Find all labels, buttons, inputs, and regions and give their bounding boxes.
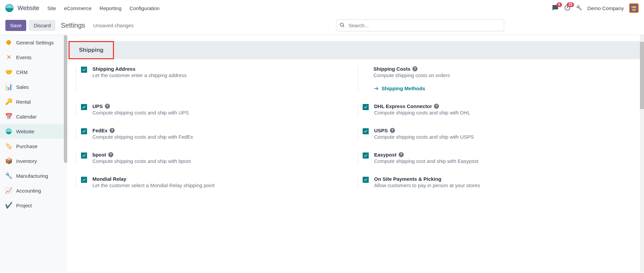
sidebar-item-calendar[interactable]: 📅 Calendar (0, 109, 67, 124)
sidebar-item-rental[interactable]: 🔑 Rental (0, 94, 67, 109)
nav-site[interactable]: Site (47, 5, 56, 11)
sidebar-item-label: General Settings (16, 40, 54, 45)
purchase-icon: 🏷️ (5, 143, 12, 149)
svg-line-7 (343, 26, 344, 27)
sidebar-item-purchase[interactable]: 🏷️ Purchase (0, 139, 67, 153)
nav-ecommerce[interactable]: eCommerce (64, 5, 92, 11)
sidebar-item-inventory[interactable]: 📦 Inventory (0, 153, 67, 168)
messages-icon[interactable]: 6 (552, 4, 559, 12)
nav-right: 6 23 Demo Company (552, 3, 639, 13)
sidebar-item-events[interactable]: ✕ Events (0, 50, 67, 65)
box-icon: 📦 (5, 158, 12, 164)
sidebar-item-sales[interactable]: 📊 Sales (0, 79, 67, 94)
nav-menu: Site eCommerce Reporting Configuration (47, 5, 160, 11)
setting-title: Mondial Relay (92, 176, 349, 182)
shipping-methods-link[interactable]: Shipping Methods (373, 86, 631, 91)
sidebar-item-crm[interactable]: 🤝 CRM (0, 65, 67, 79)
section-title-shipping: Shipping (69, 41, 114, 59)
sidebar-item-label: CRM (16, 69, 28, 75)
setting-ups: UPS? Compute shipping costs and ship wit… (76, 103, 349, 115)
setting-desc: Let the customer enter a shipping addres… (92, 72, 349, 78)
sidebar-item-label: Events (16, 55, 32, 60)
link-label: Shipping Methods (381, 86, 425, 91)
setting-desc: Compute shipping costs and ship with DHL (374, 110, 631, 115)
setting-fedex: FedEx? Compute shipping costs and ship w… (76, 128, 349, 140)
setting-title: Shipping Address (92, 66, 349, 72)
globe-icon (5, 128, 12, 135)
tools-icon[interactable] (576, 5, 582, 12)
help-icon[interactable]: ? (105, 104, 110, 109)
svg-point-3 (632, 7, 633, 8)
save-button[interactable]: Save (5, 20, 26, 31)
sidebar-item-label: Calendar (16, 114, 37, 120)
sidebar-scrollbar[interactable] (64, 35, 67, 163)
wrench-icon: 🔧 (5, 172, 12, 179)
setting-desc: Compute shipping costs and ship with USP… (374, 134, 631, 140)
nav-reporting[interactable]: Reporting (99, 5, 121, 11)
sidebar-item-general-settings[interactable]: ⬢ General Settings (0, 35, 67, 50)
setting-title: USPS? (374, 128, 631, 133)
setting-title: DHL Express Connector? (374, 103, 631, 109)
settings-content: Shipping Shipping Address Let the custom… (67, 35, 644, 272)
setting-title: Shipping Costs? (373, 66, 631, 72)
checkbox-shipping-address[interactable] (81, 67, 87, 73)
user-avatar[interactable] (629, 3, 639, 13)
checkbox-dhl[interactable] (363, 104, 369, 110)
search-icon (339, 22, 345, 29)
help-icon[interactable]: ? (110, 128, 115, 133)
setting-title: UPS? (92, 103, 349, 109)
nav-configuration[interactable]: Configuration (129, 5, 159, 11)
help-icon[interactable]: ? (412, 66, 417, 71)
settings-sidebar: ⬢ General Settings ✕ Events 🤝 CRM 📊 Sale… (0, 35, 67, 272)
activities-icon[interactable]: 23 (564, 4, 571, 12)
setting-shipping-costs: Shipping Costs? Compute shipping costs o… (358, 66, 631, 91)
setting-desc: Compute shipping cost and ship with Easy… (374, 158, 631, 164)
help-icon[interactable]: ? (390, 128, 395, 133)
setting-desc: Compute shipping costs on orders (373, 72, 631, 78)
sidebar-item-label: Inventory (16, 158, 37, 164)
activities-badge: 23 (567, 2, 574, 7)
handshake-icon: 🤝 (5, 69, 12, 75)
setting-title: On Site Payments & Picking (374, 176, 631, 182)
setting-dhl: DHL Express Connector? Compute shipping … (358, 103, 631, 115)
main-area: ⬢ General Settings ✕ Events 🤝 CRM 📊 Sale… (0, 35, 644, 272)
help-icon[interactable]: ? (399, 152, 404, 157)
discard-button[interactable]: Discard (29, 20, 55, 31)
sidebar-item-website[interactable]: Website (0, 124, 67, 139)
sidebar-item-label: Website (16, 129, 34, 134)
settings-grid: Shipping Address Let the customer enter … (67, 59, 644, 195)
company-selector[interactable]: Demo Company (588, 5, 624, 11)
content-scrollbar-track[interactable] (640, 35, 644, 272)
svg-rect-5 (632, 9, 636, 10)
checkbox-usps[interactable] (363, 128, 369, 134)
help-icon[interactable]: ? (108, 152, 113, 157)
checkbox-easypost[interactable] (363, 152, 369, 159)
sidebar-item-manufacturing[interactable]: 🔧 Manufacturing (0, 168, 67, 183)
checkbox-mondial[interactable] (81, 177, 87, 183)
content-scrollbar-thumb[interactable] (640, 42, 644, 109)
accounting-icon: 📈 (5, 187, 12, 194)
checkbox-fedex[interactable] (81, 128, 87, 134)
search-input[interactable] (336, 20, 504, 31)
setting-easypost: Easypost? Compute shipping cost and ship… (358, 152, 631, 164)
setting-desc: Compute shipping costs and ship with UPS (92, 110, 349, 115)
checkbox-onsite[interactable] (363, 177, 369, 183)
section-header: Shipping (67, 41, 644, 59)
sidebar-item-accounting[interactable]: 📈 Accounting (0, 183, 67, 198)
setting-desc: Compute shipping costs and ship with Fed… (92, 134, 349, 140)
setting-shipping-address: Shipping Address Let the customer enter … (76, 66, 349, 91)
svg-rect-2 (632, 6, 636, 8)
app-title[interactable]: Website (17, 5, 39, 12)
checkbox-bpost[interactable] (81, 152, 87, 159)
help-icon[interactable]: ? (434, 104, 439, 109)
setting-desc: Allow customers to pay in person at your… (374, 182, 631, 188)
control-bar: Save Discard Settings Unsaved changes (0, 16, 644, 35)
checkbox-ups[interactable] (81, 104, 87, 110)
gear-hex-icon: ⬢ (5, 39, 12, 46)
app-logo[interactable] (5, 4, 13, 12)
page-title: Settings (61, 22, 85, 29)
messages-badge: 6 (557, 2, 562, 7)
setting-title: FedEx? (92, 128, 349, 133)
key-icon: 🔑 (5, 98, 12, 105)
sidebar-item-project[interactable]: ✔️ Project (0, 198, 67, 213)
